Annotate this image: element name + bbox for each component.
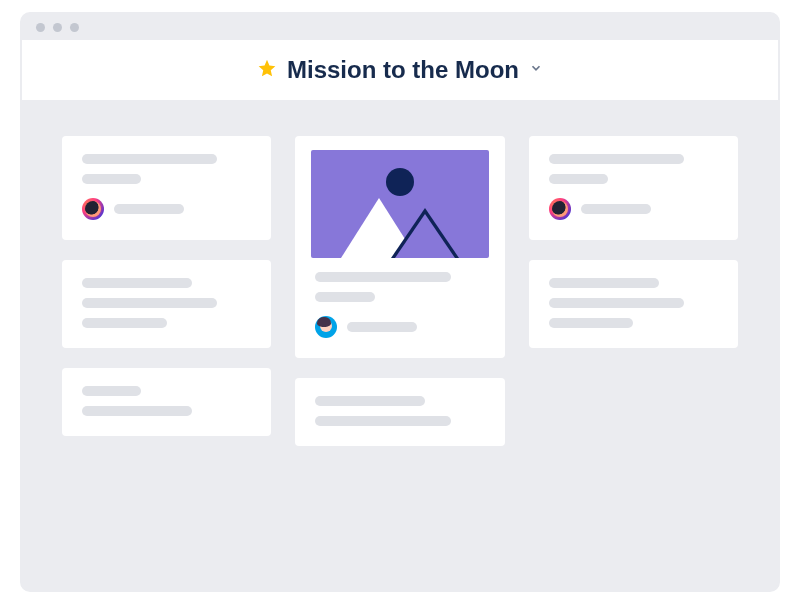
window-titlebar (22, 14, 778, 40)
image-icon (391, 208, 459, 258)
chevron-down-icon[interactable] (529, 61, 543, 79)
board-body (22, 100, 778, 590)
board-title[interactable]: Mission to the Moon (287, 56, 519, 84)
card[interactable] (295, 136, 504, 358)
placeholder-line (549, 278, 659, 288)
placeholder-line (315, 396, 425, 406)
card[interactable] (529, 260, 738, 348)
placeholder-line (315, 416, 450, 426)
avatar[interactable] (315, 316, 337, 338)
avatar[interactable] (549, 198, 571, 220)
placeholder-line (549, 154, 684, 164)
traffic-light-close[interactable] (36, 23, 45, 32)
card[interactable] (295, 378, 504, 446)
board-header: Mission to the Moon (22, 40, 778, 100)
image-icon (386, 168, 414, 196)
placeholder-line (549, 298, 684, 308)
card-members (549, 198, 718, 220)
board-column (295, 136, 504, 446)
traffic-light-minimize[interactable] (53, 23, 62, 32)
placeholder-line (549, 174, 608, 184)
placeholder-line (82, 298, 217, 308)
board-column (529, 136, 738, 348)
placeholder-line (315, 292, 374, 302)
card-cover-image (311, 150, 488, 258)
placeholder-line (82, 318, 167, 328)
card-members (315, 316, 484, 338)
placeholder-line (549, 318, 634, 328)
card[interactable] (62, 260, 271, 348)
app-window: Mission to the Moon (20, 12, 780, 592)
star-icon[interactable] (257, 58, 277, 82)
placeholder-line (82, 406, 192, 416)
board-column (62, 136, 271, 436)
placeholder-line (347, 322, 417, 332)
card[interactable] (62, 136, 271, 240)
card[interactable] (529, 136, 738, 240)
placeholder-line (82, 386, 141, 396)
placeholder-line (82, 174, 141, 184)
card-members (82, 198, 251, 220)
placeholder-line (114, 204, 184, 214)
placeholder-line (581, 204, 651, 214)
placeholder-line (315, 272, 450, 282)
traffic-light-zoom[interactable] (70, 23, 79, 32)
avatar[interactable] (82, 198, 104, 220)
placeholder-line (82, 278, 192, 288)
card[interactable] (62, 368, 271, 436)
placeholder-line (82, 154, 217, 164)
